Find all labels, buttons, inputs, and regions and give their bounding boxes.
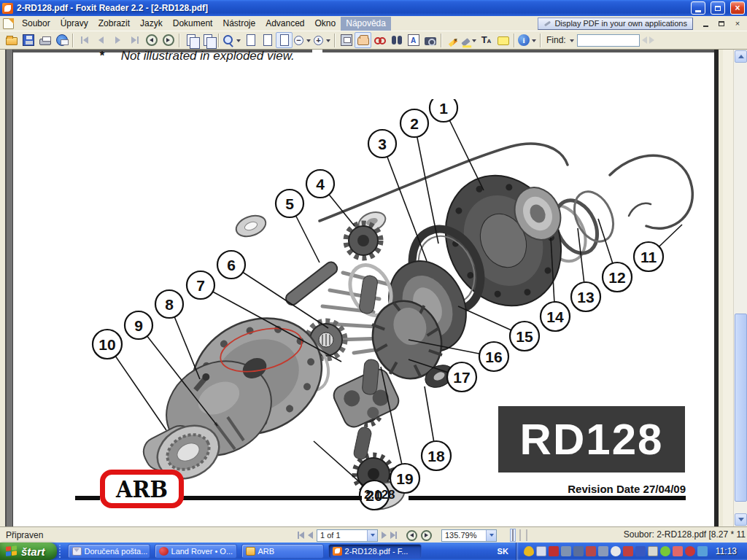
printer-tray-icon[interactable] <box>648 546 658 556</box>
select-text-button[interactable] <box>371 32 388 48</box>
actual-size-button[interactable] <box>242 32 259 48</box>
sync-icon[interactable] <box>623 546 633 556</box>
callout: 15 <box>510 322 539 351</box>
prev-page-button[interactable] <box>308 532 313 539</box>
continuous-layout-button[interactable] <box>519 530 522 540</box>
snapshot-page-button[interactable] <box>182 32 199 48</box>
go-back-button[interactable] <box>143 32 160 48</box>
model-code: RD128 <box>520 414 664 464</box>
highlighter-icon <box>461 38 470 47</box>
doc-close-button[interactable]: × <box>732 19 743 28</box>
menu-napoveda[interactable]: Nápověda <box>341 17 391 31</box>
scroll-down-button[interactable] <box>735 513 747 526</box>
first-page-button[interactable] <box>76 32 93 48</box>
callout: 11 <box>634 242 663 271</box>
scroll-up-button[interactable] <box>735 50 747 63</box>
menu-okno[interactable]: Okno <box>310 17 341 31</box>
next-page-button[interactable] <box>109 32 126 48</box>
menu-advanced[interactable]: Advanced <box>260 17 309 31</box>
task-mail[interactable]: Doručená pošta... <box>68 544 150 559</box>
scrollbar-thumb[interactable] <box>735 314 747 502</box>
menu-nastroje[interactable]: Nástroje <box>217 17 260 31</box>
start-button[interactable]: štart <box>0 542 57 560</box>
note-comment-button[interactable] <box>495 32 511 48</box>
messenger-icon[interactable] <box>598 546 608 556</box>
last-page-button[interactable] <box>126 32 143 48</box>
first-page-icon <box>83 36 88 44</box>
zoom-in-button[interactable]: + <box>312 32 332 48</box>
svg-text:14: 14 <box>546 308 564 325</box>
text-viewer-button[interactable]: A <box>405 32 422 48</box>
doc-minimize-button[interactable] <box>700 19 711 28</box>
find-prev-icon[interactable] <box>642 36 647 44</box>
connection-icon[interactable] <box>697 546 708 556</box>
open-button[interactable] <box>3 32 20 48</box>
vertical-scrollbar[interactable] <box>733 50 747 526</box>
file-info: Soubor: 2-RD128.pdf [8.27 * 11 <box>624 529 746 540</box>
search-button[interactable] <box>388 32 405 48</box>
network-error-icon[interactable] <box>586 546 596 556</box>
dropdown-arrow-icon[interactable] <box>570 39 574 44</box>
security-shield-icon[interactable] <box>524 546 534 556</box>
fit-width-button[interactable] <box>259 32 276 48</box>
printer-icon <box>39 39 51 45</box>
language-indicator[interactable]: SK <box>490 542 516 560</box>
first-page-button[interactable] <box>298 532 304 539</box>
pencil-annotation-button[interactable] <box>444 32 461 48</box>
find-next-icon[interactable] <box>649 36 654 44</box>
single-page-layout-button[interactable] <box>511 529 515 541</box>
screenshot-button[interactable] <box>338 32 355 48</box>
menu-soubor[interactable]: Soubor <box>17 17 55 31</box>
antivirus-icon[interactable] <box>549 546 559 556</box>
page-indicator-combo[interactable]: 1 of 1 <box>317 529 378 542</box>
last-page-button[interactable] <box>390 532 397 539</box>
envelope-tray-icon[interactable] <box>536 546 546 556</box>
fit-width-icon <box>263 34 272 46</box>
plugin-banner-label: Display PDF in your own applications <box>554 19 687 28</box>
go-forward-button[interactable] <box>160 32 177 48</box>
menu-zobrazit[interactable]: Zobrazit <box>93 17 135 31</box>
info-button[interactable]: i <box>517 32 538 48</box>
footer-rule <box>409 496 686 500</box>
go-back-button[interactable] <box>406 530 417 541</box>
prev-page-button[interactable] <box>93 32 109 48</box>
task-browser[interactable]: Land Rover • O... <box>155 544 237 559</box>
network-disabled-icon[interactable] <box>685 546 695 556</box>
typewriter-button[interactable]: TA <box>478 32 495 48</box>
zoom-level-combo[interactable]: 135.79% <box>441 529 497 542</box>
save-button[interactable] <box>20 32 36 48</box>
document-menu-icon[interactable] <box>3 18 14 29</box>
go-forward-button[interactable] <box>421 530 432 541</box>
task-folder-arb[interactable]: ARB <box>241 544 324 559</box>
shield-check-icon[interactable] <box>611 546 621 556</box>
fit-page-button[interactable] <box>276 32 293 48</box>
clipboard-page-button[interactable] <box>199 32 216 48</box>
restore-button[interactable] <box>711 1 725 15</box>
snapshot-camera-button[interactable] <box>422 32 438 48</box>
menu-upravy[interactable]: Úpravy <box>55 17 93 31</box>
zoom-out-button[interactable]: − <box>293 32 312 48</box>
utility-icon[interactable] <box>635 546 646 556</box>
find-input[interactable] <box>577 34 640 47</box>
separator <box>72 34 74 47</box>
task-foxit-active[interactable]: 2-RD128.pdf - F... <box>328 544 422 559</box>
display-icon[interactable] <box>573 546 584 556</box>
next-page-button[interactable] <box>382 532 387 539</box>
print-button[interactable] <box>36 32 53 48</box>
zoom-tool-button[interactable] <box>222 32 242 48</box>
email-button[interactable] <box>53 32 70 48</box>
minimize-button[interactable] <box>691 1 705 15</box>
plugin-banner-button[interactable]: Display PDF in your own applications <box>538 18 693 30</box>
network-computers-icon[interactable] <box>561 546 571 556</box>
menu-dokument[interactable]: Dokument <box>168 17 218 31</box>
volume-icon[interactable] <box>673 546 683 556</box>
facing-layout-button[interactable] <box>525 530 528 540</box>
menu-jazyk[interactable]: Jazyk <box>135 17 168 31</box>
continuous-page-icon <box>519 529 521 541</box>
close-button[interactable]: × <box>730 1 745 15</box>
system-tray: 11:13 <box>516 542 747 560</box>
highlighter-button[interactable] <box>461 32 478 48</box>
updates-icon[interactable] <box>660 546 670 556</box>
doc-restore-button[interactable] <box>716 19 727 28</box>
hand-tool-button[interactable] <box>355 32 371 48</box>
